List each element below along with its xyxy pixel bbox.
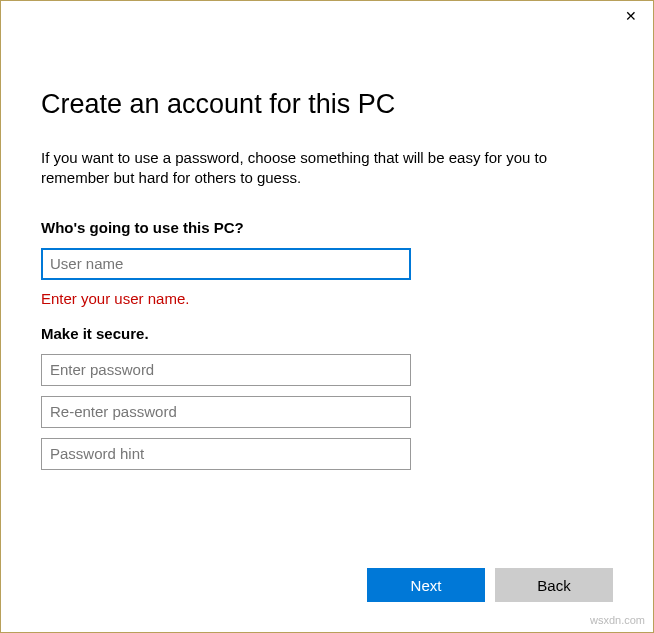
password-input[interactable]: [41, 354, 411, 386]
secure-section-label: Make it secure.: [41, 325, 613, 342]
username-input[interactable]: [41, 248, 411, 280]
footer: Next Back: [1, 568, 653, 632]
password-confirm-input[interactable]: [41, 396, 411, 428]
create-account-window: ✕ Create an account for this PC If you w…: [0, 0, 654, 633]
page-description: If you want to use a password, choose so…: [41, 148, 613, 189]
user-section-label: Who's going to use this PC?: [41, 219, 613, 236]
close-button[interactable]: ✕: [608, 1, 653, 31]
close-icon: ✕: [625, 8, 637, 24]
back-button[interactable]: Back: [495, 568, 613, 602]
password-hint-input[interactable]: [41, 438, 411, 470]
page-title: Create an account for this PC: [41, 89, 613, 120]
next-button[interactable]: Next: [367, 568, 485, 602]
username-error: Enter your user name.: [41, 290, 613, 307]
titlebar: ✕: [1, 1, 653, 31]
content-area: Create an account for this PC If you wan…: [1, 31, 653, 568]
